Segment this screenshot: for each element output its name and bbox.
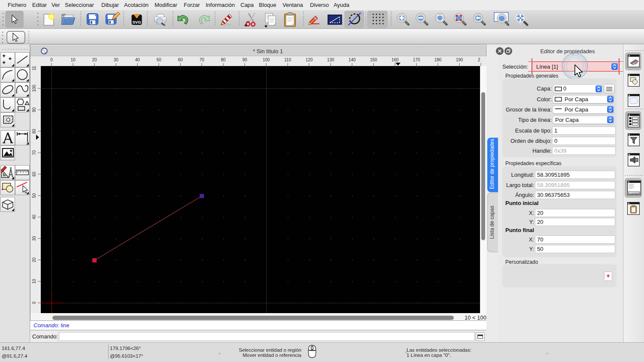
svg-text:110: 110 xyxy=(284,57,291,62)
svg-text:40: 40 xyxy=(135,57,140,62)
svg-text:170: 170 xyxy=(413,57,420,62)
svg-text:2: 2 xyxy=(478,57,480,62)
svg-text:50: 50 xyxy=(32,193,36,198)
svg-text:40: 40 xyxy=(32,214,36,220)
svg-text:80: 80 xyxy=(221,57,226,62)
svg-text:10: 10 xyxy=(32,279,36,284)
svg-text:90: 90 xyxy=(32,107,36,112)
svg-text:70: 70 xyxy=(32,150,36,155)
svg-text:0: 0 xyxy=(32,302,36,304)
svg-text:70: 70 xyxy=(199,57,204,62)
svg-text:c command: c command xyxy=(629,192,640,194)
svg-text:90: 90 xyxy=(242,57,247,62)
svg-text:60: 60 xyxy=(32,172,36,177)
svg-text:20: 20 xyxy=(32,257,36,262)
svg-text:80: 80 xyxy=(32,129,36,134)
svg-text:150: 150 xyxy=(370,57,377,62)
svg-text:140: 140 xyxy=(349,57,356,62)
svg-text:50: 50 xyxy=(156,57,161,62)
svg-text:30: 30 xyxy=(32,236,36,241)
svg-text:SVG: SVG xyxy=(132,20,141,24)
svg-text:10: 10 xyxy=(70,57,76,62)
svg-text:130: 130 xyxy=(327,57,334,62)
svg-text:110: 110 xyxy=(32,66,36,70)
svg-text:190: 190 xyxy=(456,57,463,62)
svg-text:100: 100 xyxy=(32,84,36,92)
svg-text:120: 120 xyxy=(306,57,313,62)
svg-text:160: 160 xyxy=(392,57,399,62)
svg-text:60: 60 xyxy=(178,57,183,62)
svg-text:100: 100 xyxy=(263,57,270,62)
svg-text:0: 0 xyxy=(50,57,53,62)
svg-text:20: 20 xyxy=(92,57,97,62)
svg-text:30: 30 xyxy=(113,57,118,62)
svg-text:180: 180 xyxy=(434,57,442,62)
